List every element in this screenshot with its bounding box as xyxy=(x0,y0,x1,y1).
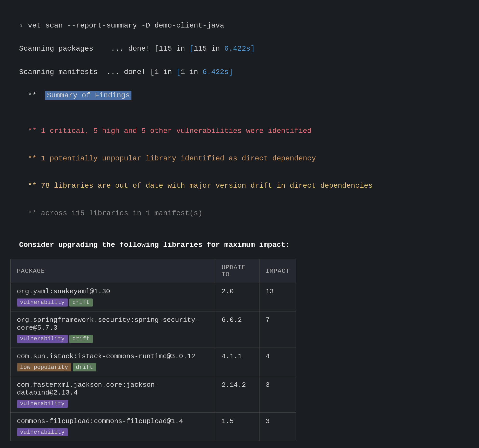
summary-highlight: Summary of Findings xyxy=(45,91,131,100)
badge-vulnerability: vulnerability xyxy=(17,428,68,436)
command-text: vet scan --report-summary -D demo-client… xyxy=(23,22,224,30)
finding-2-as: as xyxy=(229,154,237,162)
col-update-to: UPDATE TO xyxy=(215,259,260,283)
impact-cell-1: 7 xyxy=(259,311,296,348)
table-row: org.yaml:snakeyaml@1.30vulnerabilitydrif… xyxy=(11,283,296,311)
finding-line-2: ** 1 potentially unpopular library ident… xyxy=(10,141,469,165)
package-cell-2: com.sun.istack:istack-commons-runtime@3.… xyxy=(11,348,215,376)
package-name-2: com.sun.istack:istack-commons-runtime@3.… xyxy=(17,352,209,360)
package-name-3: com.fasterxml.jackson.core:jackson-datab… xyxy=(17,381,209,397)
package-name-1: org.springframework.security:spring-secu… xyxy=(17,316,209,332)
badge-drift: drift xyxy=(69,335,93,343)
badge-vulnerability: vulnerability xyxy=(17,335,68,343)
scan-packages-bracket-close: ] xyxy=(250,45,255,53)
scan-packages-bracket-open: [ xyxy=(189,45,194,53)
finding-1-and: and xyxy=(124,127,137,135)
update-to-cell-3: 2.14.2 xyxy=(215,376,260,413)
finding-line-4: ** across 115 libraries in 1 manifest(s) xyxy=(10,196,469,219)
badge-drift: drift xyxy=(69,298,93,307)
update-to-cell-0: 2.0 xyxy=(215,283,260,311)
package-cell-1: org.springframework.security:spring-secu… xyxy=(11,311,215,348)
impact-cell-0: 13 xyxy=(259,283,296,311)
finding-line-1: ** 1 critical, 5 high and 5 other vulner… xyxy=(10,114,469,137)
scan-packages-line: Scanning packages ... done! [115 in [115… xyxy=(10,32,469,55)
badge-drift: drift xyxy=(73,363,96,371)
packages-table: PACKAGE UPDATE TO IMPACT org.yaml:snakey… xyxy=(10,259,296,441)
section-header: Consider upgrading the following librari… xyxy=(19,241,290,249)
badge-vulnerability: vulnerability xyxy=(17,400,68,408)
badge-low-popularity: low popularity xyxy=(17,363,71,371)
scan-manifests-bracket-open: [ xyxy=(176,68,181,76)
impact-cell-4: 3 xyxy=(259,413,296,441)
scan-manifests-text: Scanning manifests ... done! [1 in xyxy=(19,68,176,76)
finding-3-text: ** 78 libraries are out of date with maj… xyxy=(19,182,373,190)
finding-4-text: ** across 115 libraries in 1 manifest(s) xyxy=(19,209,203,217)
package-name-4: commons-fileupload:commons-fileupload@1.… xyxy=(17,417,209,425)
finding-2-text: ** 1 potentially unpopular library ident… xyxy=(19,154,316,162)
scan-packages-time: 6.422s xyxy=(224,45,250,53)
prompt-symbol: › xyxy=(19,22,24,30)
table-row: com.sun.istack:istack-commons-runtime@3.… xyxy=(11,348,296,376)
package-name-0: org.yaml:snakeyaml@1.30 xyxy=(17,288,209,295)
summary-heading-line: ** Summary of Findings xyxy=(10,78,469,101)
update-to-cell-2: 4.1.1 xyxy=(215,348,260,376)
finding-1-text: ** 1 critical, 5 high and 5 other vulner… xyxy=(19,127,312,135)
scan-manifests-time: 6.422s xyxy=(202,68,229,76)
finding-line-3: ** 78 libraries are out of date with maj… xyxy=(10,169,469,192)
col-impact: IMPACT xyxy=(259,259,296,283)
table-row: commons-fileupload:commons-fileupload@1.… xyxy=(11,413,296,441)
update-to-cell-4: 1.5 xyxy=(215,413,260,441)
command-line: › vet scan --report-summary -D demo-clie… xyxy=(10,8,469,32)
badge-vulnerability: vulnerability xyxy=(17,298,68,307)
scan-packages-count: 115 in xyxy=(194,45,224,53)
scan-manifests-line: Scanning manifests ... done! [1 in [1 in… xyxy=(10,55,469,78)
package-cell-4: commons-fileupload:commons-fileupload@1.… xyxy=(11,413,215,441)
impact-cell-3: 3 xyxy=(259,376,296,413)
scan-manifests-count: 1 in xyxy=(181,68,202,76)
update-to-cell-1: 6.0.2 xyxy=(215,311,260,348)
package-cell-0: org.yaml:snakeyaml@1.30vulnerabilitydrif… xyxy=(11,283,215,311)
table-header-row: PACKAGE UPDATE TO IMPACT xyxy=(11,259,296,283)
col-package: PACKAGE xyxy=(11,259,215,283)
scan-packages-text: Scanning packages ... done! [115 in xyxy=(19,45,189,53)
summary-stars: ** xyxy=(19,91,45,99)
table-row: org.springframework.security:spring-secu… xyxy=(11,311,296,348)
impact-cell-2: 4 xyxy=(259,348,296,376)
package-cell-3: com.fasterxml.jackson.core:jackson-datab… xyxy=(11,376,215,413)
section-header-line: Consider upgrading the following librari… xyxy=(10,228,469,251)
table-row: com.fasterxml.jackson.core:jackson-datab… xyxy=(11,376,296,413)
scan-manifests-bracket-close: ] xyxy=(229,68,233,76)
